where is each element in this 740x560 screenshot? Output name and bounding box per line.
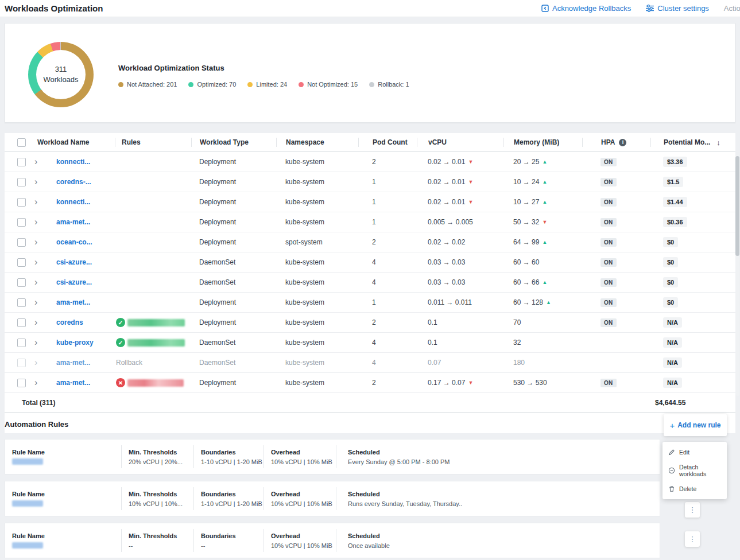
- legend-label: Rollback: 1: [378, 81, 409, 88]
- workload-name-link[interactable]: ama-met...: [56, 298, 90, 306]
- redacted-rule-name: [12, 458, 43, 465]
- namespace: kube-system: [276, 379, 358, 387]
- sort-desc-icon[interactable]: ↓: [716, 138, 720, 147]
- workload-type: Deployment: [191, 298, 276, 306]
- workload-type: Deployment: [191, 158, 276, 166]
- expand-chevron-icon[interactable]: ›: [30, 257, 37, 267]
- row-checkbox[interactable]: [17, 339, 26, 347]
- legend-dot: [247, 82, 253, 87]
- workload-type: Deployment: [191, 318, 276, 326]
- workload-name-link[interactable]: csi-azure...: [56, 278, 92, 286]
- rules-cell: ✓: [115, 318, 191, 327]
- workload-name-link[interactable]: csi-azure...: [56, 258, 92, 266]
- vcpu-trend-icon: ▼: [468, 380, 473, 386]
- row-checkbox[interactable]: [17, 218, 26, 227]
- workload-name-link[interactable]: ama-met...: [56, 359, 90, 367]
- rule-error-icon: ✕: [116, 378, 125, 387]
- namespace: kube-system: [276, 158, 358, 166]
- vcpu-value: 0.03 → 0.03: [417, 258, 503, 266]
- row-checkbox[interactable]: [17, 158, 26, 166]
- workload-type: DaemonSet: [191, 278, 276, 286]
- vcpu-value: 0.02 → 0.02: [417, 238, 503, 246]
- expand-chevron-icon[interactable]: ›: [30, 317, 37, 327]
- vcpu-value: 0.02 → 0.01 ▼: [417, 178, 503, 186]
- workload-name-link[interactable]: ama-met...: [56, 379, 90, 387]
- potential-saving-badge: $0: [663, 257, 678, 267]
- workload-name-link[interactable]: kube-proxy: [56, 339, 94, 347]
- expand-chevron-icon[interactable]: ›: [30, 197, 37, 207]
- expand-chevron-icon[interactable]: ›: [30, 337, 37, 347]
- namespace: kube-system: [276, 339, 358, 347]
- menu-item-delete[interactable]: Delete: [662, 481, 727, 496]
- pod-count: 4: [358, 359, 417, 367]
- potential-saving-badge: $0.36: [663, 217, 687, 227]
- add-rule-panel: + Add new rule: [664, 414, 727, 436]
- scrollbar-thumb[interactable]: [735, 156, 739, 256]
- workload-type: DaemonSet: [191, 258, 276, 266]
- column-header-workload-name[interactable]: Workload Name: [30, 138, 115, 147]
- vcpu-value: 0.005 → 0.005: [417, 218, 503, 226]
- row-checkbox[interactable]: [17, 198, 26, 207]
- workload-name-link[interactable]: konnecti...: [56, 198, 90, 206]
- legend-label: Not Optimized: 15: [307, 81, 358, 88]
- expand-chevron-icon[interactable]: ›: [30, 157, 37, 166]
- memory-trend-icon: ▼: [542, 220, 547, 225]
- menu-item-detach-workloads[interactable]: Detach workloads: [662, 460, 727, 481]
- pencil-icon: [668, 449, 675, 456]
- expand-chevron-icon[interactable]: ›: [30, 217, 37, 227]
- hpa-info-icon[interactable]: i: [619, 139, 626, 146]
- row-checkbox[interactable]: [17, 258, 26, 267]
- column-header-hpa[interactable]: HPA i: [582, 138, 650, 147]
- hpa-badge: ON: [600, 158, 617, 166]
- row-checkbox[interactable]: [17, 178, 26, 186]
- rule-kebab-menu[interactable]: ⋮: [685, 502, 700, 518]
- expand-chevron-icon[interactable]: ›: [30, 357, 37, 367]
- workload-name-link[interactable]: coredns: [56, 318, 83, 326]
- table-row: › konnecti... Deployment kube-system 2 0…: [5, 152, 735, 172]
- acknowledge-rollbacks-button[interactable]: Acknowledge Rollbacks: [541, 4, 631, 13]
- workload-name-link[interactable]: coredns-...: [56, 178, 91, 186]
- column-header-potential[interactable]: Potential Mo... ↓: [650, 138, 735, 147]
- column-header-vcpu[interactable]: vCPU: [417, 138, 503, 147]
- memory-value: 20 → 25 ▲: [503, 158, 582, 166]
- row-checkbox[interactable]: [17, 359, 26, 367]
- column-header-rules[interactable]: Rules: [115, 138, 191, 147]
- column-header-pod-count[interactable]: Pod Count: [358, 138, 417, 147]
- hpa-badge: ON: [600, 198, 617, 207]
- row-checkbox[interactable]: [17, 278, 26, 287]
- pod-count: 1: [358, 298, 417, 306]
- workload-name-link[interactable]: ama-met...: [56, 218, 90, 226]
- expand-chevron-icon[interactable]: ›: [30, 277, 37, 287]
- row-checkbox[interactable]: [17, 238, 26, 247]
- workload-name-link[interactable]: ocean-co...: [56, 238, 92, 246]
- column-header-namespace[interactable]: Namespace: [276, 138, 358, 147]
- donut-total-count: 311: [55, 64, 67, 75]
- row-checkbox[interactable]: [17, 298, 26, 307]
- menu-item-edit[interactable]: Edit: [662, 445, 727, 460]
- row-checkbox[interactable]: [17, 379, 26, 387]
- legend-item: Optimized: 70: [188, 81, 236, 88]
- cluster-settings-button[interactable]: Cluster settings: [646, 4, 709, 13]
- column-header-workload-type[interactable]: Workload Type: [191, 138, 276, 147]
- actions-button[interactable]: Action: [724, 4, 740, 13]
- table-row: › kube-proxy ✓ DaemonSet kube-system 4 0…: [5, 333, 735, 353]
- memory-value: 10 → 24 ▲: [503, 178, 582, 186]
- workload-type: Deployment: [191, 198, 276, 206]
- column-header-memory[interactable]: Memory (MiB): [503, 138, 582, 147]
- rule-success-icon: ✓: [116, 338, 125, 347]
- add-new-rule-button[interactable]: + Add new rule: [669, 421, 720, 430]
- overhead-value: 10% vCPU | 10% MiB: [271, 542, 336, 549]
- potential-saving-badge: N/A: [663, 317, 682, 328]
- hpa-badge: ON: [600, 258, 617, 267]
- workload-name-link[interactable]: konnecti...: [56, 158, 90, 166]
- expand-chevron-icon[interactable]: ›: [30, 237, 37, 247]
- row-checkbox[interactable]: [17, 318, 26, 327]
- rule-kebab-menu[interactable]: ⋮: [685, 531, 700, 547]
- detach-icon: [668, 467, 675, 474]
- select-all-checkbox[interactable]: [17, 138, 26, 147]
- expand-chevron-icon[interactable]: ›: [30, 177, 37, 186]
- expand-chevron-icon[interactable]: ›: [30, 297, 37, 307]
- expand-chevron-icon[interactable]: ›: [30, 378, 37, 387]
- table-scrollbar[interactable]: [735, 155, 739, 396]
- legend-label: Not Attached: 201: [127, 81, 177, 88]
